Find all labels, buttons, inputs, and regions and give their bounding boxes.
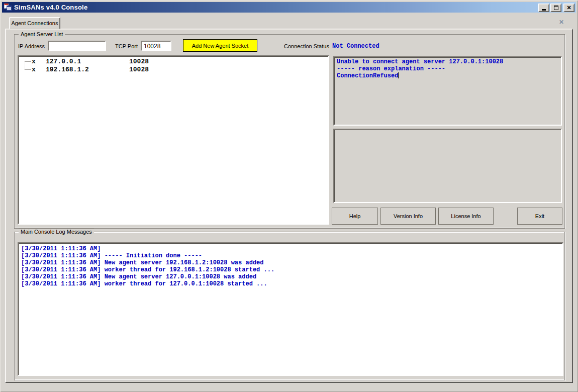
status-message-line: ----- reason explanation -----: [337, 65, 558, 72]
exit-button[interactable]: Exit: [517, 208, 562, 225]
app-window-icon: [4, 4, 12, 11]
main-console-log-title: Main Console Log Messages: [19, 229, 94, 235]
connection-status-value: Not Connected: [332, 43, 379, 50]
status-message-line: ConnectionRefused: [337, 72, 558, 79]
add-new-agent-socket-button[interactable]: Add New Agent Socket: [183, 39, 257, 52]
window-title: SimSANs v4.0 Console: [14, 4, 87, 11]
log-line: [3/30/2011 1:11:36 AM] worker thread for…: [21, 280, 560, 287]
titlebar[interactable]: SimSANs v4.0 Console ✕: [2, 2, 576, 13]
log-line: [3/30/2011 1:11:36 AM] New agent server …: [21, 259, 560, 266]
log-line: [3/30/2011 1:11:36 AM] New agent server …: [21, 273, 560, 280]
server-ip: 127.0.0.1: [46, 58, 81, 65]
tree-node-marker: x: [32, 58, 36, 65]
tree-connector-line: [25, 61, 25, 69]
ip-address-input[interactable]: [48, 41, 106, 51]
log-line: [3/30/2011 1:11:36 AM] ----- Initiation …: [21, 252, 560, 259]
maximize-button[interactable]: [550, 4, 561, 12]
ip-address-label: IP Address: [18, 43, 45, 49]
close-button[interactable]: ✕: [563, 4, 574, 12]
tcp-port-label: TCP Port: [115, 43, 138, 49]
connection-status-label: Connection Status: [284, 43, 329, 49]
tree-connector-stub: [25, 69, 31, 70]
secondary-message-area[interactable]: [333, 129, 562, 203]
window-controls: ✕: [538, 4, 574, 12]
status-message-line: Unable to connect agent server 127.0.0.1…: [337, 58, 558, 65]
log-line: [3/30/2011 1:11:36 AM] worker thread for…: [21, 266, 560, 273]
tree-node-marker: x: [32, 66, 36, 73]
text-caret: [398, 72, 399, 78]
console-log-output[interactable]: [3/30/2011 1:11:36 AM] [3/30/2011 1:11:3…: [18, 242, 563, 376]
maximize-icon: [554, 6, 558, 10]
tree-connector-stub: [25, 61, 31, 62]
app-window: SimSANs v4.0 Console ✕ Agent Connections…: [0, 0, 578, 392]
tab-close-icon[interactable]: ✕: [557, 18, 566, 26]
status-message-area[interactable]: Unable to connect agent server 127.0.0.1…: [333, 56, 562, 126]
minimize-button[interactable]: [538, 4, 549, 12]
tcp-port-input[interactable]: [141, 41, 171, 51]
tree-item-server-1[interactable]: x 127.0.0.1 10028: [19, 58, 328, 66]
close-icon: ✕: [566, 5, 571, 11]
tab-agent-connections[interactable]: Agent Connections: [9, 17, 60, 29]
tree-item-server-2[interactable]: x 192.168.1.2 10028: [19, 66, 328, 74]
log-line: [3/30/2011 1:11:36 AM]: [21, 245, 560, 252]
agent-server-tree[interactable]: x 127.0.0.1 10028 x 192.168.1.2 10028: [18, 55, 329, 225]
server-port: 10028: [129, 58, 149, 65]
server-port: 10028: [129, 66, 149, 73]
minimize-icon: [542, 9, 546, 11]
agent-server-list-title: Agent Server List: [19, 31, 65, 38]
server-ip: 192.168.1.2: [46, 66, 89, 73]
tab-label: Agent Connections: [12, 20, 58, 26]
version-info-button[interactable]: Version Info: [380, 208, 436, 225]
help-button[interactable]: Help: [332, 208, 378, 225]
license-info-button[interactable]: License Info: [438, 208, 494, 225]
